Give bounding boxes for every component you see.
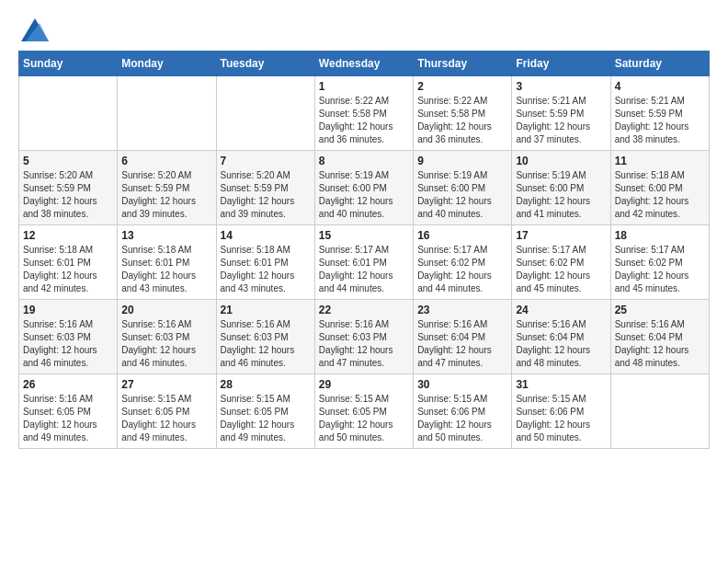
day-info: Sunrise: 5:15 AM Sunset: 6:05 PM Dayligh… [221,393,311,444]
logo [18,18,49,41]
weekday-header-tuesday: Tuesday [216,52,314,76]
day-number: 27 [121,378,211,391]
day-info: Sunrise: 5:18 AM Sunset: 6:01 PM Dayligh… [23,244,113,295]
day-number: 11 [615,155,705,167]
day-info: Sunrise: 5:19 AM Sunset: 6:00 PM Dayligh… [319,169,409,221]
day-info: Sunrise: 5:15 AM Sunset: 6:06 PM Dayligh… [417,393,507,444]
day-number: 3 [516,80,606,93]
day-info: Sunrise: 5:15 AM Sunset: 6:05 PM Dayligh… [319,393,409,444]
calendar-day-cell: 8Sunrise: 5:19 AM Sunset: 6:00 PM Daylig… [314,151,413,225]
calendar-day-cell: 27Sunrise: 5:15 AM Sunset: 6:05 PM Dayli… [118,374,216,449]
day-info: Sunrise: 5:16 AM Sunset: 6:03 PM Dayligh… [319,318,409,370]
calendar-day-cell: 7Sunrise: 5:20 AM Sunset: 5:59 PM Daylig… [216,151,314,225]
calendar-week-row: 1Sunrise: 5:22 AM Sunset: 5:58 PM Daylig… [19,76,710,151]
day-number: 31 [516,378,606,391]
day-number: 29 [319,378,409,391]
calendar-day-cell: 19Sunrise: 5:16 AM Sunset: 6:03 PM Dayli… [19,300,118,374]
day-info: Sunrise: 5:17 AM Sunset: 6:02 PM Dayligh… [615,244,705,295]
day-info: Sunrise: 5:17 AM Sunset: 6:02 PM Dayligh… [417,244,507,295]
day-number: 1 [319,80,409,93]
day-number: 15 [319,229,409,242]
calendar-day-cell: 31Sunrise: 5:15 AM Sunset: 6:06 PM Dayli… [512,374,610,449]
calendar-day-cell: 13Sunrise: 5:18 AM Sunset: 6:01 PM Dayli… [118,225,216,300]
day-number: 25 [615,304,705,316]
day-number: 23 [417,304,507,316]
day-number: 10 [516,155,606,167]
day-info: Sunrise: 5:17 AM Sunset: 6:01 PM Dayligh… [319,244,409,295]
calendar-day-cell: 11Sunrise: 5:18 AM Sunset: 6:00 PM Dayli… [610,151,709,225]
logo-icon [21,18,49,41]
calendar-empty-cell [118,76,216,151]
weekday-header-friday: Friday [512,52,610,76]
calendar-day-cell: 1Sunrise: 5:22 AM Sunset: 5:58 PM Daylig… [314,76,413,151]
day-info: Sunrise: 5:15 AM Sunset: 6:05 PM Dayligh… [121,393,211,444]
day-info: Sunrise: 5:16 AM Sunset: 6:04 PM Dayligh… [615,318,705,370]
day-info: Sunrise: 5:22 AM Sunset: 5:58 PM Dayligh… [319,95,409,146]
day-info: Sunrise: 5:16 AM Sunset: 6:05 PM Dayligh… [23,393,113,444]
weekday-header-saturday: Saturday [610,52,709,76]
calendar-table: SundayMondayTuesdayWednesdayThursdayFrid… [18,51,710,449]
day-info: Sunrise: 5:16 AM Sunset: 6:04 PM Dayligh… [417,318,507,370]
weekday-header-sunday: Sunday [19,52,118,76]
calendar-week-row: 26Sunrise: 5:16 AM Sunset: 6:05 PM Dayli… [19,374,710,449]
calendar-empty-cell [19,76,118,151]
day-number: 2 [417,80,507,93]
day-number: 6 [121,155,211,167]
day-info: Sunrise: 5:20 AM Sunset: 5:59 PM Dayligh… [221,169,311,221]
day-info: Sunrise: 5:21 AM Sunset: 5:59 PM Dayligh… [516,95,606,146]
day-number: 18 [615,229,705,242]
calendar-day-cell: 14Sunrise: 5:18 AM Sunset: 6:01 PM Dayli… [216,225,314,300]
day-number: 21 [221,304,311,316]
calendar-day-cell: 15Sunrise: 5:17 AM Sunset: 6:01 PM Dayli… [314,225,413,300]
weekday-header-wednesday: Wednesday [314,52,413,76]
day-info: Sunrise: 5:22 AM Sunset: 5:58 PM Dayligh… [417,95,507,146]
weekday-header-row: SundayMondayTuesdayWednesdayThursdayFrid… [19,52,710,76]
day-number: 20 [121,304,211,316]
day-info: Sunrise: 5:18 AM Sunset: 6:01 PM Dayligh… [221,244,311,295]
calendar-day-cell: 21Sunrise: 5:16 AM Sunset: 6:03 PM Dayli… [216,300,314,374]
day-number: 8 [319,155,409,167]
day-number: 12 [23,229,113,242]
day-number: 4 [615,80,705,93]
calendar-day-cell: 9Sunrise: 5:19 AM Sunset: 6:00 PM Daylig… [414,151,512,225]
day-number: 7 [221,155,311,167]
day-info: Sunrise: 5:21 AM Sunset: 5:59 PM Dayligh… [615,95,705,146]
day-info: Sunrise: 5:19 AM Sunset: 6:00 PM Dayligh… [516,169,606,221]
day-number: 22 [319,304,409,316]
day-info: Sunrise: 5:20 AM Sunset: 5:59 PM Dayligh… [23,169,113,221]
day-number: 14 [221,229,311,242]
weekday-header-monday: Monday [118,52,216,76]
calendar-day-cell: 28Sunrise: 5:15 AM Sunset: 6:05 PM Dayli… [216,374,314,449]
day-info: Sunrise: 5:16 AM Sunset: 6:04 PM Dayligh… [516,318,606,370]
calendar-day-cell: 24Sunrise: 5:16 AM Sunset: 6:04 PM Dayli… [512,300,610,374]
day-number: 28 [221,378,311,391]
calendar-day-cell: 20Sunrise: 5:16 AM Sunset: 6:03 PM Dayli… [118,300,216,374]
calendar-day-cell: 2Sunrise: 5:22 AM Sunset: 5:58 PM Daylig… [414,76,512,151]
calendar-day-cell: 30Sunrise: 5:15 AM Sunset: 6:06 PM Dayli… [414,374,512,449]
calendar-empty-cell [610,374,709,449]
calendar-week-row: 12Sunrise: 5:18 AM Sunset: 6:01 PM Dayli… [19,225,710,300]
day-number: 17 [516,229,606,242]
calendar-day-cell: 17Sunrise: 5:17 AM Sunset: 6:02 PM Dayli… [512,225,610,300]
page-header [18,18,710,41]
day-number: 5 [23,155,113,167]
calendar-day-cell: 22Sunrise: 5:16 AM Sunset: 6:03 PM Dayli… [314,300,413,374]
calendar-day-cell: 23Sunrise: 5:16 AM Sunset: 6:04 PM Dayli… [414,300,512,374]
day-info: Sunrise: 5:19 AM Sunset: 6:00 PM Dayligh… [417,169,507,221]
calendar-day-cell: 29Sunrise: 5:15 AM Sunset: 6:05 PM Dayli… [314,374,413,449]
calendar-day-cell: 5Sunrise: 5:20 AM Sunset: 5:59 PM Daylig… [19,151,118,225]
calendar-day-cell: 4Sunrise: 5:21 AM Sunset: 5:59 PM Daylig… [610,76,709,151]
day-info: Sunrise: 5:20 AM Sunset: 5:59 PM Dayligh… [121,169,211,221]
day-number: 26 [23,378,113,391]
calendar-empty-cell [216,76,314,151]
calendar-day-cell: 10Sunrise: 5:19 AM Sunset: 6:00 PM Dayli… [512,151,610,225]
day-info: Sunrise: 5:16 AM Sunset: 6:03 PM Dayligh… [23,318,113,370]
calendar-day-cell: 16Sunrise: 5:17 AM Sunset: 6:02 PM Dayli… [414,225,512,300]
day-info: Sunrise: 5:17 AM Sunset: 6:02 PM Dayligh… [516,244,606,295]
day-info: Sunrise: 5:18 AM Sunset: 6:01 PM Dayligh… [121,244,211,295]
calendar-day-cell: 18Sunrise: 5:17 AM Sunset: 6:02 PM Dayli… [610,225,709,300]
day-number: 19 [23,304,113,316]
day-number: 24 [516,304,606,316]
calendar-day-cell: 12Sunrise: 5:18 AM Sunset: 6:01 PM Dayli… [19,225,118,300]
calendar-day-cell: 6Sunrise: 5:20 AM Sunset: 5:59 PM Daylig… [118,151,216,225]
